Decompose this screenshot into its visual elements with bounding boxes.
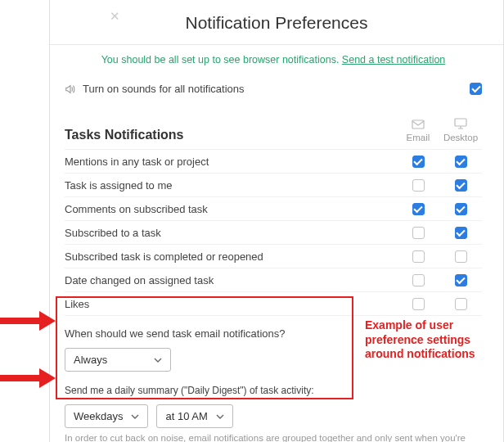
desktop-checkbox[interactable] (455, 179, 467, 192)
pref-label: Subscribed task is completed or reopened (65, 250, 397, 263)
pref-row: Mentions in any task or project (65, 149, 482, 174)
sounds-label: Turn on sounds for all notifications (83, 83, 245, 95)
sounds-checkbox[interactable] (470, 83, 482, 95)
desktop-checkbox[interactable] (455, 250, 467, 263)
section-title: Tasks Notifications (65, 128, 397, 142)
desktop-icon (454, 118, 467, 129)
pref-row: Date changed on assigned task (65, 268, 482, 292)
svg-rect-0 (412, 120, 424, 129)
email-checkbox[interactable] (412, 156, 425, 168)
timing-select-value: Always (74, 354, 107, 366)
status-banner: You should be all set up to see browser … (65, 45, 482, 74)
timing-select[interactable]: Always (65, 348, 171, 372)
chevron-down-icon (216, 414, 224, 419)
email-checkbox[interactable] (412, 298, 425, 310)
desktop-checkbox[interactable] (455, 298, 467, 310)
close-icon[interactable]: ✕ (110, 10, 123, 23)
pref-row: Likes (65, 292, 482, 316)
notification-preferences-modal: ✕ Notification Preferences You should be… (49, 0, 504, 442)
speaker-icon (65, 83, 76, 95)
pref-label: Date changed on assigned task (65, 274, 397, 286)
email-icon (412, 120, 425, 129)
annotation-arrow-icon (0, 309, 56, 332)
pref-label: Task is assigned to me (65, 179, 397, 192)
annotation-arrow-icon (0, 367, 56, 390)
pref-row: Subscribed task is completed or reopened (65, 245, 482, 268)
desktop-checkbox[interactable] (455, 203, 467, 215)
digest-time-select[interactable]: at 10 AM (156, 404, 232, 428)
timing-question: When should we send task email notificat… (65, 316, 482, 348)
column-header-email: Email (397, 120, 439, 142)
digest-time-value: at 10 AM (165, 410, 207, 422)
digest-days-value: Weekdays (74, 410, 123, 422)
pref-row: Subscribed to a task (65, 221, 482, 245)
email-checkbox[interactable] (412, 227, 425, 239)
banner-text: You should be all set up to see browser … (101, 54, 342, 65)
pref-label: Likes (65, 298, 397, 310)
chevron-down-icon (154, 358, 162, 363)
chevron-down-icon (131, 414, 139, 419)
email-checkbox[interactable] (412, 274, 425, 286)
pref-label: Mentions in any task or project (65, 156, 397, 168)
pref-row: Comments on subscribed task (65, 197, 482, 221)
digest-prompt: Send me a daily summary ("Daily Digest")… (65, 372, 482, 404)
column-header-desktop: Desktop (439, 118, 482, 142)
pref-label: Comments on subscribed task (65, 203, 397, 215)
email-checkbox[interactable] (412, 203, 425, 215)
svg-rect-1 (455, 119, 466, 126)
pref-label: Subscribed to a task (65, 227, 397, 239)
email-checkbox[interactable] (412, 250, 425, 263)
pref-row: Task is assigned to me (65, 174, 482, 197)
desktop-checkbox[interactable] (455, 156, 467, 168)
send-test-notification-link[interactable]: Send a test notification (342, 54, 445, 65)
footnote: In order to cut back on noise, email not… (65, 428, 482, 442)
desktop-checkbox[interactable] (455, 227, 467, 239)
desktop-checkbox[interactable] (455, 274, 467, 286)
email-checkbox[interactable] (412, 179, 425, 192)
digest-days-select[interactable]: Weekdays (65, 404, 148, 428)
